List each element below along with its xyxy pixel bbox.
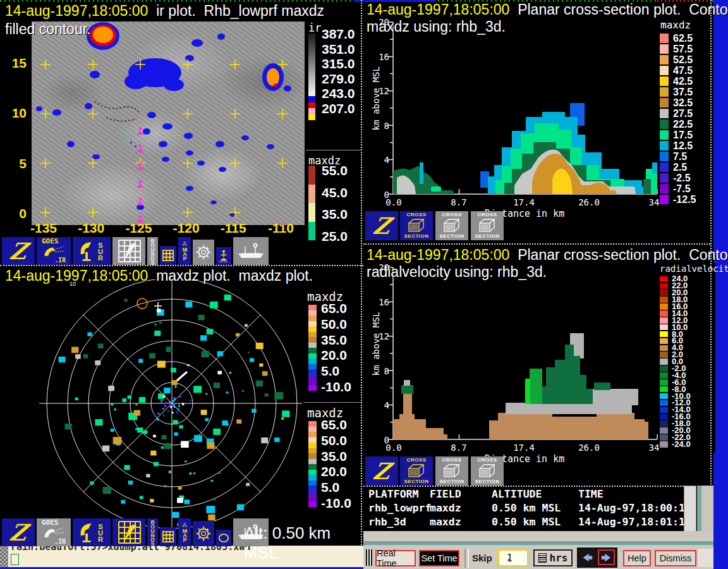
colorbar-segment xyxy=(308,358,317,364)
colorbar-segment xyxy=(308,375,317,381)
help-button[interactable]: Help xyxy=(623,550,651,566)
cross-section-button[interactable]: CROSSSECTION xyxy=(400,456,433,486)
gridsmall-tool-button[interactable] xyxy=(160,527,176,546)
zebra-tool-button[interactable]: Z xyxy=(2,237,35,265)
dismiss-button[interactable]: Dismiss xyxy=(655,550,696,566)
colorbar-value: 47.5 xyxy=(673,65,693,76)
sur-tool-button[interactable]: SUR xyxy=(73,237,111,265)
gridsmall-tool-button[interactable] xyxy=(160,246,176,265)
colorbar-value: 57.5 xyxy=(673,44,693,55)
ship-tool-button[interactable] xyxy=(233,237,269,265)
colorbar-segment xyxy=(308,102,315,109)
cross-section-button[interactable]: CROSSSECTION xyxy=(435,456,468,486)
colorbar-value: 52.5 xyxy=(673,54,693,66)
tick-label: 8.7 xyxy=(444,443,473,453)
colorbar-segment xyxy=(308,380,317,386)
tick-label: 243.0 xyxy=(322,87,355,100)
colorbar-entry: 52.5 xyxy=(660,54,713,65)
colorbar-entry: -6.0 xyxy=(660,379,715,386)
grid-radar-icon xyxy=(116,520,142,544)
colorbar-swatch xyxy=(660,87,669,97)
zebra-logo-button[interactable]: Z xyxy=(365,211,398,240)
panel-ir-satellite: 14-aug-1997,18:05:00 ir plot. Rhb_lowprf… xyxy=(0,0,363,266)
step-forward-button[interactable] xyxy=(598,549,615,565)
cross-section-button[interactable]: CROSSSECTION xyxy=(400,211,433,240)
colorbar-swatch xyxy=(660,379,668,386)
colorbar-swatch xyxy=(660,441,668,448)
xsec-maxdz-title-line2: maxdz using: rhb_3d. xyxy=(367,18,506,35)
step-back-button[interactable] xyxy=(578,549,595,565)
colorbar-segment xyxy=(308,453,317,459)
colorbar-segment xyxy=(308,491,317,497)
tick-label: 5.0 xyxy=(321,481,351,494)
cross-section-button[interactable]: CROSSSECTION xyxy=(471,456,504,486)
colorbar-segment xyxy=(308,496,317,502)
goes-tool-button[interactable]: GOES.IR xyxy=(37,237,71,265)
cross-section-button[interactable]: CROSSSECTION xyxy=(471,211,504,240)
ir-colorbar-label: ir xyxy=(308,21,321,34)
terminal-text: rain:beaufort:57>xdump.all 970814.1805.x… xyxy=(11,546,250,553)
coldest-core-east xyxy=(262,63,284,91)
section-label: SECTION xyxy=(439,479,464,484)
buoy-tool-button[interactable] xyxy=(216,247,231,265)
colorbar-value: 17.5 xyxy=(673,130,693,141)
gridradar-tool-button[interactable] xyxy=(112,518,145,546)
map-tool-button[interactable]: ⁂MAP xyxy=(178,237,191,265)
bounds-tool-button[interactable]: BOUNDS xyxy=(147,237,158,265)
bounds-tool-button[interactable]: BOUNDS xyxy=(147,518,158,546)
tick-label: 17.4 xyxy=(509,197,538,207)
colorbar-segment xyxy=(308,464,317,470)
cross-section-button[interactable]: CROSSSECTION xyxy=(435,211,468,240)
cube-icon xyxy=(407,463,426,479)
grid-radar-icon xyxy=(116,239,142,263)
section-label: SECTION xyxy=(475,479,499,484)
goes-tool-button[interactable]: GOES.IR xyxy=(37,518,71,546)
colorbar-entry: 27.5 xyxy=(660,108,713,119)
tick-label: 50.0 xyxy=(321,318,351,331)
colorbar-entry: -2.0 xyxy=(660,365,715,372)
satellite-dish-icon xyxy=(42,245,66,257)
colorbar-segment xyxy=(308,448,317,454)
timestamp: 14-aug-1997,18:05:00 xyxy=(5,267,148,284)
set-time-button[interactable]: Set Time xyxy=(419,550,459,566)
cross-section-baseline[interactable] xyxy=(177,372,187,381)
cold-cloud-blobs xyxy=(36,34,291,217)
colorbar-entry: 42.5 xyxy=(660,76,713,87)
zebra-tool-button[interactable]: Z xyxy=(2,518,35,546)
sur-tool-button[interactable]: SUR xyxy=(73,518,111,546)
colorbar-segment xyxy=(308,475,317,480)
zebra-logo-button[interactable]: Z xyxy=(365,456,398,486)
gridradar-tool-button[interactable] xyxy=(112,237,145,265)
skip-value-input[interactable]: 1 ^ xyxy=(498,549,528,566)
tick-label: 351.0 xyxy=(322,43,355,56)
colorbar-swatch xyxy=(660,420,668,427)
panel-separator xyxy=(363,243,710,245)
colorbar-entry: 57.5 xyxy=(660,44,713,54)
timestamp: 14-aug-1997,18:05:00 xyxy=(367,247,509,263)
radar-echoes xyxy=(59,295,290,527)
real-time-button[interactable]: Real Time xyxy=(375,550,416,566)
map-tool-button[interactable]: ⁂MAP xyxy=(178,518,191,546)
control-scroll-stripes[interactable] xyxy=(366,549,372,566)
gear-tool-button[interactable] xyxy=(193,521,214,546)
table-frame-fill xyxy=(701,486,713,532)
gear-tool-button[interactable] xyxy=(193,240,214,265)
tick-label: 25.0 xyxy=(322,230,348,243)
colorbar-swatch xyxy=(660,195,669,204)
terminal-scrollbar[interactable] xyxy=(0,546,8,567)
table-cell: rhb_lowprf xyxy=(368,502,431,514)
xsec-maxdz-plot[interactable] xyxy=(379,18,664,204)
zebra-z-glyph: Z xyxy=(8,238,28,264)
desktop-right-edge xyxy=(713,0,728,569)
terminal-cursor xyxy=(11,554,19,565)
goes-label: GOES xyxy=(42,238,59,245)
colorbar-entry: 16.0 xyxy=(660,303,715,310)
table-scrollbar[interactable] xyxy=(684,486,696,532)
hrs-label: hrs xyxy=(550,552,568,564)
hrs-menu-button[interactable]: hrs xyxy=(533,549,573,566)
circle-tool-button[interactable] xyxy=(216,530,231,546)
colorbar-entry: 24.0 xyxy=(660,276,715,283)
colorbar-segment xyxy=(308,326,317,332)
xsec-radvel-plot[interactable] xyxy=(379,263,664,450)
tick-label: 20.0 xyxy=(321,465,351,478)
